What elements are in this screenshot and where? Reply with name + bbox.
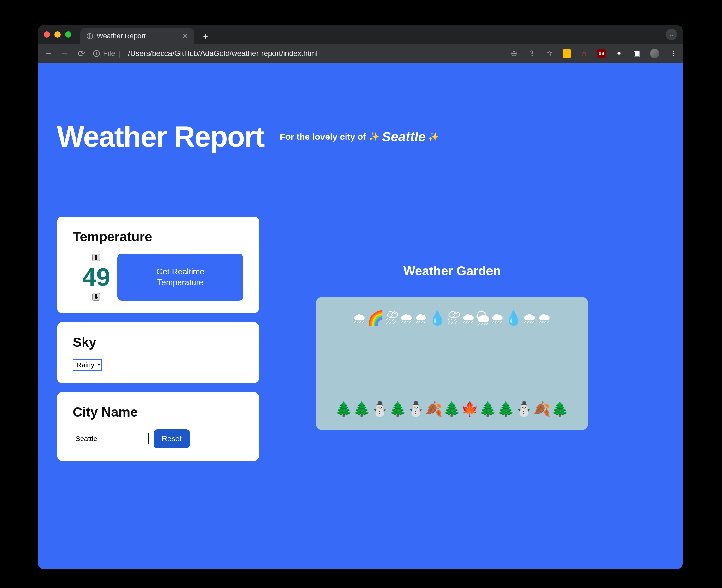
city-name-card: City Name Reset [57, 392, 259, 461]
extension-icon[interactable]: uB [597, 49, 606, 58]
close-window-icon[interactable] [44, 31, 50, 38]
new-tab-button[interactable]: ＋ [200, 30, 211, 42]
garden-column: Weather Garden 🌧🌈⛈🌧🌧💧⛈🌧🌦🌧💧🌧🌧 🌲🌲⛄️🌲⛄️🍂🌲🍁🌲… [316, 264, 588, 430]
tab-dropdown-icon[interactable]: ⌄ [666, 29, 677, 40]
temperature-value: 49 [82, 265, 110, 290]
get-realtime-temperature-button[interactable]: Get Realtime Temperature [117, 254, 243, 301]
url-path[interactable]: /Users/becca/GitHub/AdaGold/weather-repo… [128, 49, 318, 58]
temperature-heading: Temperature [73, 229, 243, 244]
extension-icon[interactable]: ▣ [632, 49, 641, 58]
info-icon[interactable]: i [93, 50, 100, 57]
page-header: Weather Report For the lovely city of ✨ … [38, 63, 683, 166]
weather-garden: 🌧🌈⛈🌧🌧💧⛈🌧🌦🌧💧🌧🌧 🌲🌲⛄️🌲⛄️🍂🌲🍁🌲🌲⛄️🍂🌲 [316, 297, 588, 430]
back-button[interactable]: ← [44, 48, 53, 59]
page-title: Weather Report [57, 120, 264, 153]
sky-select[interactable]: Rainy [73, 359, 102, 371]
reset-button[interactable]: Reset [154, 429, 190, 448]
sparkle-icon: ✨ [428, 131, 439, 142]
minimize-window-icon[interactable] [55, 31, 61, 38]
close-tab-icon[interactable]: ✕ [182, 32, 188, 40]
bookmark-icon[interactable]: ☆ [545, 49, 554, 58]
temperature-down-button[interactable]: ⬇ [92, 293, 100, 301]
controls-column: Temperature ⬆ 49 ⬇ Get Realtime Temperat… [57, 216, 259, 461]
tagline-text: For the lovely city of [280, 132, 366, 142]
city-name-input[interactable] [73, 433, 149, 444]
sparkle-icon: ✨ [368, 131, 380, 142]
share-icon[interactable]: ⇪ [527, 49, 536, 58]
extension-icon[interactable] [563, 49, 571, 58]
titlebar: Weather Report ✕ ＋ ⌄ [38, 25, 683, 44]
tagline: For the lovely city of ✨ Seattle ✨ [280, 129, 439, 145]
url-prefix: i File | [93, 49, 121, 58]
kebab-menu-icon[interactable]: ⋮ [668, 49, 677, 58]
extension-icon[interactable]: ⌂ [580, 49, 589, 58]
temperature-card: Temperature ⬆ 49 ⬇ Get Realtime Temperat… [57, 216, 259, 313]
forward-button[interactable]: → [60, 48, 69, 59]
garden-ground-row: 🌲🌲⛄️🌲⛄️🍂🌲🍁🌲🌲⛄️🍂🌲 [325, 401, 578, 417]
extensions-puzzle-icon[interactable]: ✦ [615, 49, 623, 58]
profile-avatar[interactable] [650, 49, 659, 58]
browser-window: Weather Report ✕ ＋ ⌄ ← → ⟳ i File | /Use… [38, 25, 683, 569]
city-name-heading: City Name [73, 405, 243, 420]
browser-toolbar: ← → ⟳ i File | /Users/becca/GitHub/AdaGo… [38, 44, 683, 63]
temperature-up-button[interactable]: ⬆ [92, 254, 100, 261]
main-layout: Temperature ⬆ 49 ⬇ Get Realtime Temperat… [38, 166, 683, 461]
tab-title: Weather Report [97, 32, 146, 40]
globe-icon [87, 33, 93, 39]
garden-sky-row: 🌧🌈⛈🌧🌧💧⛈🌧🌦🌧💧🌧🌧 [325, 310, 578, 326]
reload-button[interactable]: ⟳ [77, 48, 86, 59]
header-city-name: Seattle [382, 129, 426, 145]
toolbar-right: ⊕ ⇪ ☆ ⌂ uB ✦ ▣ ⋮ [510, 49, 677, 58]
sky-card: Sky Rainy [57, 322, 259, 383]
page-content: Weather Report For the lovely city of ✨ … [38, 63, 683, 569]
search-icon[interactable]: ⊕ [510, 49, 518, 58]
browser-tab[interactable]: Weather Report ✕ [80, 28, 194, 44]
weather-garden-heading: Weather Garden [403, 264, 501, 278]
window-controls [44, 31, 71, 38]
maximize-window-icon[interactable] [65, 31, 71, 38]
sky-heading: Sky [73, 335, 243, 350]
